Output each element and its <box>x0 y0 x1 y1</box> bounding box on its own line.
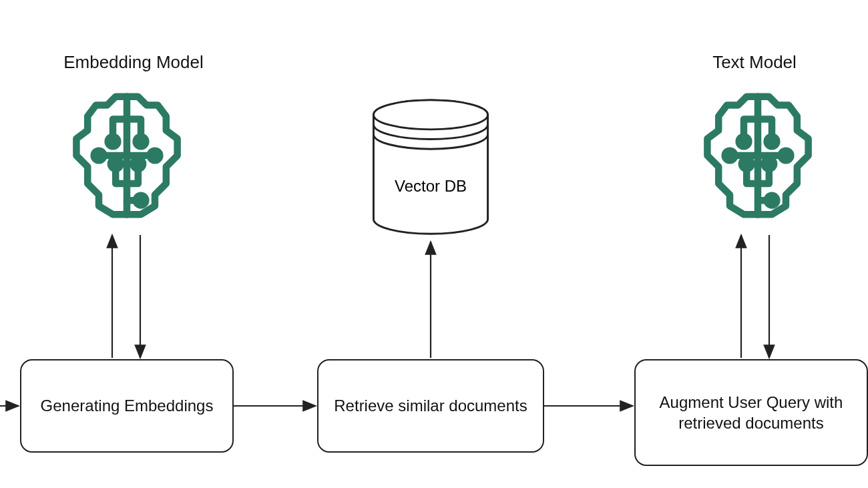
augment-query-node: Augment User Query with retrieved docume… <box>634 359 868 466</box>
diagram-canvas: Embedding Model Text Model <box>0 0 868 488</box>
svg-point-9 <box>742 159 752 169</box>
retrieve-similar-text: Retrieve similar documents <box>334 395 527 416</box>
svg-point-5 <box>133 159 143 169</box>
ai-brain-icon <box>57 85 197 226</box>
generate-embeddings-node: Generating Embeddings <box>20 359 234 453</box>
svg-point-12 <box>764 159 774 169</box>
svg-point-4 <box>150 151 160 161</box>
retrieve-similar-node: Retrieve similar documents <box>317 359 544 453</box>
svg-point-1 <box>94 151 104 161</box>
svg-point-2 <box>111 159 121 169</box>
svg-point-7 <box>739 137 749 147</box>
svg-point-8 <box>725 151 735 161</box>
svg-point-13 <box>767 196 777 206</box>
text-model-label: Text Model <box>688 52 821 73</box>
ai-brain-icon <box>688 85 828 226</box>
svg-point-3 <box>136 137 146 147</box>
generate-embeddings-text: Generating Embeddings <box>41 395 214 416</box>
embedding-model-label: Embedding Model <box>47 52 220 73</box>
svg-point-6 <box>136 196 146 206</box>
svg-point-0 <box>108 137 118 147</box>
svg-point-10 <box>767 137 777 147</box>
svg-point-11 <box>781 151 791 161</box>
database-cylinder-icon: Vector DB <box>364 97 497 244</box>
augment-query-text: Augment User Query with retrieved docume… <box>645 392 857 433</box>
vector-db-label: Vector DB <box>364 177 497 196</box>
svg-point-15 <box>373 100 487 130</box>
